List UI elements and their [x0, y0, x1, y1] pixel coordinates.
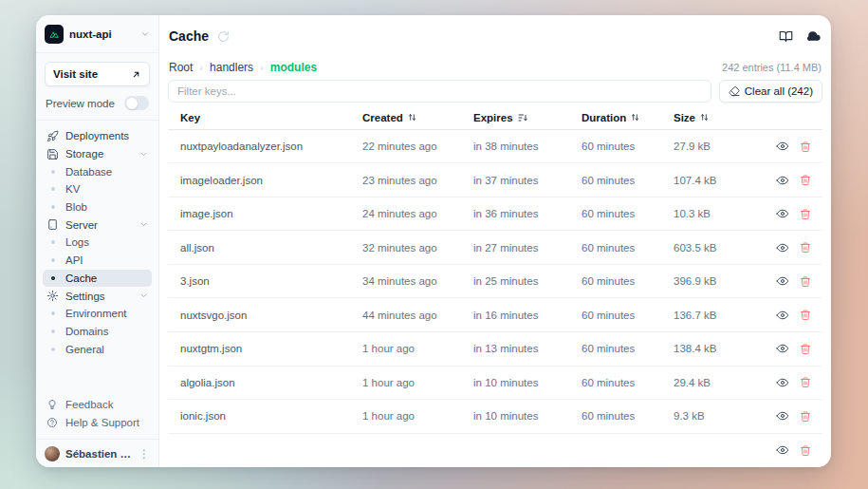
bullet-icon	[46, 205, 59, 209]
delete-entry-button[interactable]	[800, 410, 811, 423]
table-row: all.json 32 minutes ago in 27 minutes 60…	[168, 231, 822, 265]
delete-entry-button[interactable]	[800, 275, 811, 288]
table-row: algolia.json 1 hour ago in 10 minutes 60…	[168, 367, 822, 401]
delete-entry-button[interactable]	[800, 241, 811, 254]
sidebar-item-api[interactable]: API	[43, 252, 152, 270]
view-entry-button[interactable]	[776, 342, 789, 355]
chevron-down-icon	[139, 150, 148, 159]
cell-size: 9.3 kB	[674, 410, 766, 422]
user-menu[interactable]: Sébastien Cho... ⋮	[36, 439, 158, 467]
sidebar-item-settings[interactable]: Settings	[43, 287, 152, 305]
cell-key: nuxtsvgo.json	[168, 310, 362, 321]
view-entry-button[interactable]	[776, 174, 789, 187]
chevron-down-icon	[139, 220, 148, 229]
project-name: nuxt-api	[69, 28, 112, 40]
view-entry-button[interactable]	[776, 207, 789, 220]
sidebar-item-storage[interactable]: Storage	[43, 145, 152, 163]
cell-duration: 60 minutes	[582, 208, 674, 219]
breadcrumb: Root › handlers › modules 242 entries (1…	[168, 60, 822, 74]
header-icons	[779, 28, 822, 44]
cell-duration: 60 minutes	[582, 343, 674, 354]
breadcrumb-item-handlers[interactable]: handlers	[210, 61, 253, 74]
breadcrumb-item-root[interactable]: Root	[169, 61, 193, 74]
sidebar-item-environment[interactable]: Environment	[43, 305, 152, 323]
sidebar-item-database[interactable]: Database	[43, 162, 152, 180]
cell-duration: 60 minutes	[582, 275, 674, 287]
delete-entry-button[interactable]	[800, 141, 811, 153]
arrow-up-right-icon	[131, 69, 141, 80]
main-panel: Cache Root › handlers › modules 242 entr…	[159, 15, 831, 467]
sidebar-item-label: Environment	[65, 308, 127, 319]
sidebar-item-logs[interactable]: Logs	[43, 234, 152, 252]
delete-entry-button[interactable]	[800, 376, 811, 388]
cell-created: 44 minutes ago	[362, 310, 473, 321]
refresh-icon[interactable]	[217, 30, 230, 43]
view-entry-button[interactable]	[776, 309, 789, 322]
table-row: image.json 24 minutes ago in 36 minutes …	[168, 197, 822, 232]
view-entry-button[interactable]	[776, 409, 789, 423]
view-entry-button[interactable]	[776, 241, 789, 254]
sidebar-item-label: Blob	[65, 201, 87, 213]
sidebar-item-label: Domains	[65, 326, 108, 337]
delete-entry-button[interactable]	[800, 343, 811, 355]
sidebar-item-label: API	[65, 254, 83, 266]
view-entry-button[interactable]	[776, 376, 789, 389]
sidebar-item-domains[interactable]: Domains	[43, 323, 152, 341]
cloud-icon[interactable]	[806, 28, 822, 44]
sidebar-item-help-support[interactable]: Help & Support	[43, 413, 152, 431]
cell-duration: 60 minutes	[582, 377, 674, 388]
nuxt-logo-icon	[45, 25, 64, 44]
lightbulb-icon	[46, 399, 59, 410]
filter-keys-input[interactable]	[168, 80, 711, 103]
sidebar-item-label: General	[65, 344, 104, 355]
bullet-icon	[46, 240, 59, 244]
delete-entry-button[interactable]	[800, 208, 811, 220]
table-row: nuxtpayloadanalyzer.json 22 minutes ago …	[168, 130, 822, 164]
sidebar-item-label: Server	[65, 219, 98, 231]
sidebar-item-general[interactable]: General	[43, 340, 152, 358]
sidebar-item-feedback[interactable]: Feedback	[43, 396, 152, 414]
table-header: Key Created Expires Duration	[168, 106, 822, 130]
arrows-up-down-icon[interactable]	[407, 112, 417, 122]
book-open-icon[interactable]	[779, 29, 793, 44]
cell-size: 107.4 kB	[674, 175, 766, 186]
sidebar-item-label: Storage	[65, 148, 103, 160]
delete-entry-button[interactable]	[800, 309, 811, 321]
sidebar-item-label: Database	[65, 166, 112, 178]
table-row: imageloader.json 23 minutes ago in 37 mi…	[168, 163, 822, 197]
arrows-up-down-icon[interactable]	[630, 112, 640, 122]
sidebar-item-server[interactable]: Server	[43, 216, 152, 234]
view-entry-button[interactable]	[776, 274, 789, 288]
entries-summary: 242 entries (11.4 MB)	[722, 62, 822, 73]
cell-key: all.json	[168, 242, 362, 254]
view-entry-button[interactable]	[776, 140, 789, 153]
delete-entry-button[interactable]	[800, 444, 811, 457]
rocket-icon	[46, 130, 59, 142]
kebab-menu-icon[interactable]: ⋮	[139, 448, 150, 460]
cell-created: 1 hour ago	[362, 377, 473, 388]
sidebar-item-kv[interactable]: KV	[43, 180, 152, 198]
cell-size: 138.4 kB	[674, 343, 766, 354]
breadcrumb-item-modules[interactable]: modules	[270, 61, 317, 74]
arrows-up-down-icon[interactable]	[699, 112, 710, 122]
cell-size: 27.9 kB	[674, 141, 766, 152]
visit-site-button[interactable]: Visit site	[45, 62, 150, 86]
cell-expires: in 10 minutes	[473, 410, 582, 422]
project-switcher[interactable]: nuxt-api	[36, 15, 158, 53]
preview-mode-toggle[interactable]	[124, 96, 149, 110]
sort-descending-icon[interactable]	[517, 112, 528, 123]
clear-all-button[interactable]: Clear all (242)	[719, 80, 822, 103]
sidebar-item-cache[interactable]: Cache	[43, 270, 152, 288]
sidebar-item-deployments[interactable]: Deployments	[43, 127, 152, 145]
cell-size: 396.9 kB	[674, 275, 766, 287]
cell-duration: 60 minutes	[582, 410, 674, 422]
gear-icon	[46, 290, 59, 302]
delete-entry-button[interactable]	[800, 174, 811, 186]
sidebar-item-blob[interactable]: Blob	[43, 198, 152, 216]
chevron-down-icon	[139, 292, 148, 300]
cell-duration: 60 minutes	[582, 175, 674, 186]
bullet-icon	[46, 258, 59, 262]
table-row: nuxtsvgo.json 44 minutes ago in 16 minut…	[168, 298, 822, 332]
view-entry-button[interactable]	[776, 443, 789, 457]
column-header-key: Key	[168, 112, 362, 123]
